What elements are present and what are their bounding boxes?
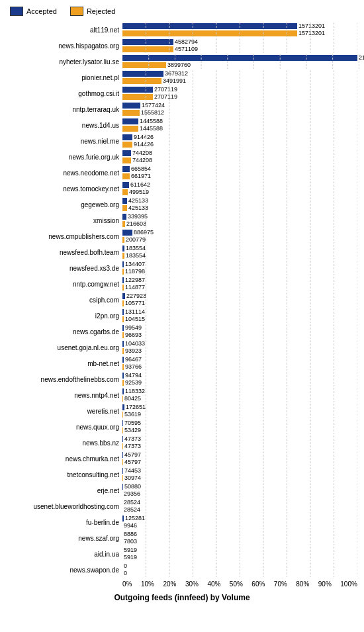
bar-label-text: aid.in.ua [7,551,122,558]
accepted-bar [122,436,123,442]
rejected-bar [122,285,124,291]
bar-label-text: fu-berlin.de [7,519,122,526]
table-row: usenet.goja.nl.eu.org10403393923 [7,340,357,355]
bars-area: 1571320115713201 [122,23,357,37]
accepted-bar-line: 28524 [122,499,357,506]
bar-label-text: pionier.net.pl [7,74,122,81]
rejected-bar [122,443,123,449]
table-row: news.swapon.de00 [7,563,357,577]
accepted-value: 0 [124,563,127,569]
accepted-bar [122,71,163,77]
bars-area: 2852428524 [122,499,357,514]
accepted-bar-line: 47373 [122,435,357,442]
table-row: nntp.terraraq.uk15774241555812 [7,102,357,116]
accepted-bar [122,468,123,474]
accepted-value: 99549 [125,324,142,331]
table-row: i2pn.org131114104515 [7,308,357,323]
rejected-bar-line: 7803 [122,538,357,545]
rejected-value: 5919 [124,554,137,561]
accepted-bar [122,261,124,267]
accepted-bar [122,118,138,124]
accepted-bar-line: 15713201 [122,23,357,29]
bars-area: 10403393923 [122,340,357,355]
bars-area: 9479492539 [122,372,357,386]
table-row: news.cmpublishers.com886975200779 [7,229,357,244]
accepted-value: 886975 [134,229,154,236]
bars-area: 9646793766 [122,356,357,371]
accepted-bar [122,420,123,426]
rejected-bar [122,94,153,100]
rejected-bar-line: 425133 [122,204,357,211]
bar-label-text: news.chmurka.net [7,455,122,463]
rejected-bar [122,221,125,227]
accepted-value: 50880 [124,483,141,490]
table-row: newsfeed.xs3.de134407118798 [7,261,357,275]
rejected-bar [122,364,124,370]
rejected-value: 200779 [126,236,146,243]
rejected-bar-line: 96693 [122,332,357,338]
bars-area: 7445330974 [122,467,357,482]
rejected-bar-line: 0 [122,570,357,576]
rejected-bar [122,158,131,163]
bars-area: 4737347373 [122,435,357,450]
rejected-bar [122,412,123,418]
rejected-value: 104515 [125,316,145,322]
accepted-value: 125281 [125,515,145,521]
accepted-value: 70595 [124,420,141,426]
accepted-value: 96467 [125,356,142,363]
rejected-bar [122,142,132,148]
table-row: nyheter.lysator.liu.se210996373899760 [7,54,357,69]
accepted-bar-line: 104033 [122,340,357,347]
accepted-bar [122,230,132,236]
rejected-bar-line: 1555812 [122,109,357,116]
bars-area: 611642499519 [122,181,357,196]
bar-label-text: erje.net [7,487,122,494]
bar-label-text: news.szaf.org [7,535,122,542]
bars-area: 122987114877 [122,277,357,291]
rejected-value: 216603 [126,220,146,227]
rejected-value: 47373 [124,443,141,449]
rejected-bar [122,189,128,195]
accepted-value: 5919 [124,547,137,553]
rejected-value: 105771 [125,300,145,306]
rejected-bar-line: 1445588 [122,125,357,132]
accepted-bar [122,23,297,29]
bar-label-text: news.quux.org [7,424,122,431]
accepted-bar-line: 131114 [122,308,357,315]
table-row: news.bbs.nz4737347373 [7,435,357,450]
accepted-bar-line: 96467 [122,356,357,363]
rejected-bar [122,380,124,386]
table-row: news.furie.org.uk744208744208 [7,150,357,164]
bars-area: 88867803 [122,531,357,545]
rejected-bar-line: 47373 [122,443,357,449]
rejected-value: 45797 [124,459,141,465]
rejected-bar [122,205,127,211]
accepted-bar [122,516,124,521]
rejected-bar-line: 105771 [122,300,357,306]
bar-label-text: news.bbs.nz [7,439,122,447]
accepted-bar [122,103,140,109]
table-row: gothmog.csi.it27071192707119 [7,86,357,101]
rejected-value: 29356 [124,490,140,497]
bars-area: 131114104515 [122,308,357,323]
accepted-value: 74453 [124,467,141,474]
bars-area: 45827944571109 [122,38,357,53]
rejected-value: 30974 [124,474,141,481]
bar-label-text: news.endofthelinebbs.com [7,376,122,383]
accepted-value: 134407 [125,261,145,267]
table-row: aid.in.ua59195919 [7,547,357,561]
accepted-bar-line: 914426 [122,134,357,140]
accepted-bar-line: 0 [122,563,357,569]
accepted-value: 172651 [126,404,146,410]
accepted-value: 15713201 [298,23,325,29]
x-axis-tick: 40% [207,580,220,588]
rejected-value: 9946 [124,522,137,529]
bars-area: 4579745797 [122,451,357,466]
rejected-bar-line: 9946 [122,522,357,529]
legend: Accepted Rejected [7,7,357,16]
accepted-bar [122,182,129,188]
rejected-bar [122,316,124,322]
accepted-value: 21099637 [359,54,364,61]
rejected-bar [122,110,140,116]
rejected-bar [122,237,124,243]
